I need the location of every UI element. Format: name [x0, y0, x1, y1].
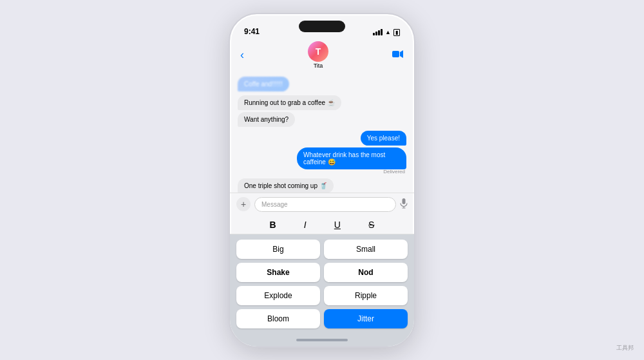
nav-center[interactable]: T Tita [308, 41, 328, 69]
message-blur: Coffe and!!!!!! [238, 77, 289, 91]
battery-icon: ▮ [393, 29, 400, 36]
status-time: 9:41 [244, 27, 260, 36]
status-icons: ▲ ▮ [373, 29, 400, 36]
delivered-label: Delivered [383, 169, 405, 175]
message-field[interactable]: Message [254, 197, 396, 212]
effect-small-button[interactable]: Small [324, 240, 408, 259]
effect-shake-button[interactable]: Shake [236, 263, 320, 282]
messages-area: Coffe and!!!!!! Running out to grab a co… [230, 73, 414, 193]
list-item: One triple shot coming up 🥤 [238, 178, 334, 193]
wifi-icon: ▲ [385, 29, 391, 35]
video-call-button[interactable] [392, 50, 404, 61]
nav-bar: ‹ T Tita [230, 40, 414, 73]
effect-big-button[interactable]: Big [236, 240, 320, 259]
format-underline-button[interactable]: U [334, 220, 341, 230]
back-button[interactable]: ‹ [240, 48, 244, 62]
home-indicator [230, 334, 414, 346]
list-item: Whatever drink has the most caffeine 😅 [297, 147, 406, 169]
format-bold-button[interactable]: B [270, 220, 276, 230]
message-group-2: Yes please! Whatever drink has the most … [238, 131, 406, 175]
message-group-1: Running out to grab a coffee ☕ Want anyt… [238, 95, 406, 127]
home-bar [296, 339, 348, 341]
effects-keyboard: Big Small Shake Nod Explode Ripple Bloom… [230, 234, 414, 334]
mic-button[interactable] [400, 198, 408, 211]
watermark: 工具邦 [616, 344, 634, 352]
dynamic-island [299, 21, 345, 32]
contact-name: Tita [314, 62, 323, 69]
add-button[interactable]: + [236, 197, 251, 211]
svg-rect-2 [402, 198, 406, 204]
svg-rect-0 [392, 51, 399, 57]
effect-nod-button[interactable]: Nod [324, 263, 408, 282]
list-item: Running out to grab a coffee ☕ [238, 95, 341, 110]
format-italic-button[interactable]: I [304, 220, 307, 230]
format-strikethrough-button[interactable]: S [368, 220, 374, 230]
svg-marker-1 [400, 50, 403, 58]
signal-icon [373, 29, 383, 35]
phone-frame: 9:41 ▲ ▮ ‹ T Tita Coffe and! [229, 13, 415, 348]
effect-jitter-button[interactable]: Jitter [324, 309, 408, 328]
list-item: Want anything? [238, 112, 295, 127]
message-input-row: + Message [230, 193, 414, 216]
effect-ripple-button[interactable]: Ripple [324, 286, 408, 305]
avatar: T [308, 41, 328, 62]
effect-bloom-button[interactable]: Bloom [236, 309, 320, 328]
format-bar: B I U S [230, 216, 414, 234]
list-item: Yes please! [361, 131, 406, 146]
effect-explode-button[interactable]: Explode [236, 286, 320, 305]
